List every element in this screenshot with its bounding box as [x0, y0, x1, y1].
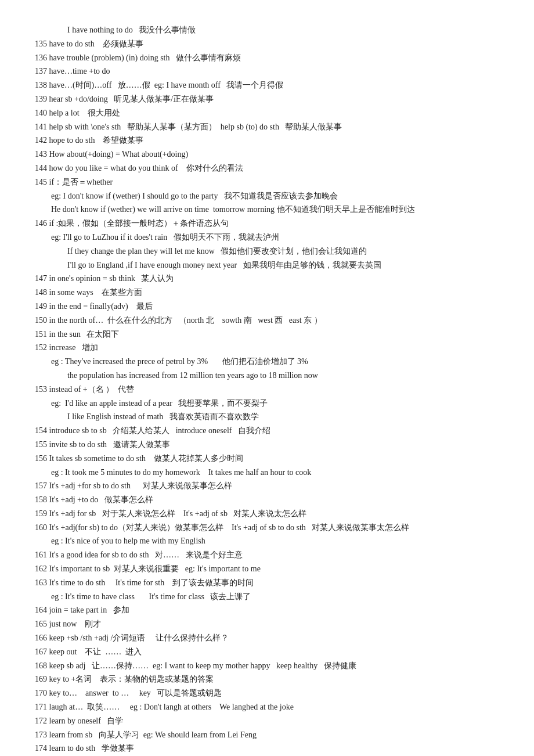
- content-line: 157 It's +adj +for sb to do sth 对某人来说做某事…: [35, 479, 499, 493]
- content-line: 147 in one's opinion = sb think 某人认为: [35, 272, 499, 286]
- content-line: 170 key to… answer to … key 可以是答题或钥匙: [35, 686, 499, 700]
- content-line: eg: I'll go to LuZhou if it does't rain …: [35, 231, 499, 244]
- content-line: 162 It's important to sb 对某人来说很重要 eg: It…: [35, 562, 499, 576]
- content-line: eg : It's time to have class It's time f…: [35, 590, 499, 604]
- content-line: 161 It's a good idea for sb to do sth 对……: [35, 548, 499, 562]
- content-line: 154 introduce sb to sb 介绍某人给某人 introduce…: [35, 424, 499, 438]
- content-line: 155 invite sb to do sth 邀请某人做某事: [35, 438, 499, 452]
- content-line: eg : They've increased the prece of petr…: [35, 355, 499, 369]
- content-line: 166 keep +sb /sth +adj /介词短语 让什么保持什么样？: [35, 631, 499, 645]
- content-line: 163 It's time to do sth It's time for st…: [35, 576, 499, 590]
- content-line: 137 have…time +to do: [35, 64, 499, 78]
- content-line: 143 How about(+doing) = What about(+doin…: [35, 147, 499, 161]
- content-line: He don't know if (wether) we will arrive…: [35, 203, 499, 217]
- content-line: 158 It's +adj +to do 做某事怎么样: [35, 493, 499, 507]
- content-line: 173 learn from sb 向某人学习 eg: We should le…: [35, 728, 499, 742]
- content-line: 136 have trouble (problem) (in) doing st…: [35, 51, 499, 65]
- content-line: 152 increase 增加: [35, 341, 499, 355]
- content-line: 135 have to do sth 必须做某事: [35, 37, 499, 51]
- content-line: If they change the plan they will let me…: [35, 244, 499, 258]
- content-line: 145 if：是否＝whether: [35, 175, 499, 189]
- content-line: 142 hope to do sth 希望做某事: [35, 134, 499, 147]
- content-line: 150 in the north of… 什么在什么的北方 （north 北 s…: [35, 314, 499, 327]
- content-line: I have nothing to do 我没什么事情做: [35, 23, 499, 37]
- content-line: 153 instead of +（名 ） 代替: [35, 383, 499, 397]
- content-line: 172 learn by oneself 自学: [35, 714, 499, 728]
- content-line: 168 keep sb adj 让……保持…… eg: I want to ke…: [35, 659, 499, 673]
- content-line: 165 just now 刚才: [35, 617, 499, 631]
- content-line: I like English instead of math 我喜欢英语而不喜欢…: [35, 410, 499, 424]
- content-line: 164 join = take part in 参加: [35, 603, 499, 617]
- content-line: 159 It's +adj for sb 对于某人来说怎么样 It's +adj…: [35, 507, 499, 521]
- content-line: 171 laugh at… 取笑…… eg : Don't langh at o…: [35, 700, 499, 714]
- content-line: 167 keep out 不让 …… 进入: [35, 645, 499, 659]
- content-line: 146 if :如果，假如（全部接一般时态）＋条件语态从句: [35, 217, 499, 231]
- content-line: eg: I don't know if (wether) I should go…: [35, 189, 499, 203]
- content-line: the population has increased from 12 mil…: [35, 369, 499, 383]
- content-line: 174 learn to do sth 学做某事: [35, 741, 499, 755]
- main-content: I have nothing to do 我没什么事情做135 have to …: [35, 23, 499, 755]
- content-line: eg : It's nice of you to help me with my…: [35, 534, 499, 548]
- content-line: 144 how do you like = what do you think …: [35, 161, 499, 175]
- content-line: 160 It's +adj(for sb) to do（对某人来说）做某事怎么样…: [35, 521, 499, 535]
- content-line: eg : It took me 5 minutes to do my homew…: [35, 466, 499, 480]
- content-line: eg: I'd like an apple instead of a pear …: [35, 397, 499, 411]
- content-line: 138 have…(时间)…off 放……假 eg: I have month …: [35, 78, 499, 92]
- content-line: 140 help a lot 很大用处: [35, 106, 499, 120]
- content-line: 141 help sb with \one's sth 帮助某人某事（某方面） …: [35, 120, 499, 134]
- content-line: 149 in the end = finally(adv) 最后: [35, 300, 499, 314]
- content-line: 169 key to +名词 表示：某物的钥匙或某题的答案: [35, 672, 499, 686]
- content-line: 139 hear sb +do/doing 听见某人做某事/正在做某事: [35, 92, 499, 106]
- content-line: 156 It takes sb sometime to do sth 做某人花掉…: [35, 452, 499, 466]
- content-line: 151 in the sun 在太阳下: [35, 327, 499, 341]
- content-line: I'll go to England ,if I have enough mon…: [35, 258, 499, 272]
- content-line: 148 in some ways 在某些方面: [35, 286, 499, 300]
